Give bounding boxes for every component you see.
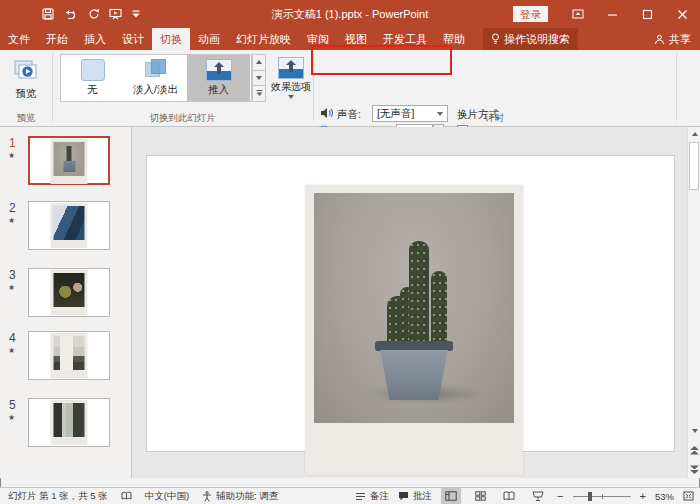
undo-icon[interactable]: [63, 8, 79, 20]
transition-push-icon: [206, 59, 232, 81]
gallery-more-icon[interactable]: [252, 86, 266, 102]
slide-sorter-view-button[interactable]: [470, 488, 490, 504]
window-controls: [560, 0, 700, 28]
effect-options-label: 效果选项: [271, 80, 311, 94]
transition-push-label: 推入: [208, 83, 229, 97]
tab-transitions[interactable]: 切换: [152, 28, 190, 50]
slide-5-preview[interactable]: [28, 398, 110, 447]
transitions-group-label: 切换到此幻灯片: [52, 112, 313, 125]
slide-canvas[interactable]: [146, 155, 675, 452]
tab-animations[interactable]: 动画: [190, 28, 228, 50]
timing-group-label: 计时: [313, 112, 676, 125]
transition-star-icon: ★: [8, 413, 15, 422]
slide-2-preview[interactable]: [28, 201, 110, 250]
zoom-slider[interactable]: [573, 491, 631, 501]
person-icon: [654, 34, 665, 45]
transition-star-icon: ★: [8, 216, 15, 225]
slide-image[interactable]: [305, 185, 523, 475]
slide-thumbnail-1[interactable]: 1 ★: [0, 136, 131, 186]
accessibility-label: 辅助功能: 调查: [216, 490, 278, 503]
gallery-scroll-down-icon[interactable]: [252, 71, 266, 87]
share-label: 共享: [669, 32, 691, 47]
close-button-icon[interactable]: [665, 0, 700, 28]
preview-group-label: 预览: [0, 112, 52, 125]
zoom-out-button[interactable]: −: [557, 490, 563, 502]
next-slide-icon[interactable]: [688, 462, 700, 476]
effect-options-button[interactable]: 效果选项: [268, 54, 314, 110]
tab-file[interactable]: 文件: [0, 28, 38, 50]
scrollbar-thumb[interactable]: [689, 142, 699, 190]
slide-sorter-icon: [475, 491, 486, 501]
slide-4-preview[interactable]: [28, 331, 110, 380]
slide-1-preview[interactable]: [28, 136, 110, 185]
start-slideshow-icon[interactable]: [109, 8, 122, 20]
slide-number: 5: [9, 398, 16, 412]
slide-number: 2: [9, 201, 16, 215]
slide-thumbnail-3[interactable]: 3 ★: [0, 268, 131, 318]
normal-view-button[interactable]: [441, 488, 461, 504]
save-icon[interactable]: [42, 8, 54, 20]
normal-view-icon: [445, 491, 457, 501]
reading-view-button[interactable]: [499, 488, 519, 504]
tell-me-label: 操作说明搜索: [504, 28, 570, 50]
slide-3-preview[interactable]: [28, 268, 110, 317]
scroll-up-icon[interactable]: [688, 127, 700, 141]
notes-label: 备注: [370, 490, 389, 503]
slide-thumbnail-2[interactable]: 2 ★: [0, 201, 131, 251]
slide-thumbnail-panel: 1 ★ 2 ★ 3 ★ 4 ★ 5 ★: [0, 127, 132, 478]
slide-thumbnail-4[interactable]: 4 ★: [0, 331, 131, 381]
minimize-button-icon[interactable]: [595, 0, 630, 28]
accessibility-icon: [202, 491, 212, 502]
zoom-level[interactable]: 53%: [655, 491, 674, 502]
cactus-stem: [431, 271, 447, 349]
ribbon-display-options-icon[interactable]: [560, 0, 595, 28]
maximize-button-icon[interactable]: [630, 0, 665, 28]
title-bar: 演示文稿1 (1).pptx - PowerPoint 登录: [0, 0, 700, 28]
slide-number: 3: [9, 268, 16, 282]
tab-home[interactable]: 开始: [38, 28, 76, 50]
pot-rim: [375, 341, 453, 351]
zoom-in-button[interactable]: +: [640, 490, 646, 502]
preview-icon: [13, 58, 39, 84]
effect-options-caret-icon: [288, 95, 294, 99]
fit-to-window-icon[interactable]: [683, 491, 694, 501]
tab-slideshow[interactable]: 幻灯片放映: [228, 28, 299, 50]
tell-me-search[interactable]: 操作说明搜索: [483, 28, 578, 50]
scroll-down-icon[interactable]: [688, 424, 700, 438]
transition-gallery: 无 淡入/淡出 推入: [60, 54, 252, 102]
redo-icon[interactable]: [88, 8, 100, 20]
accessibility-status[interactable]: 辅助功能: 调查: [202, 490, 278, 503]
transition-star-icon: ★: [8, 283, 15, 292]
preview-button[interactable]: 预览: [4, 54, 48, 108]
customize-qat-icon[interactable]: [131, 9, 141, 19]
pot-body: [378, 350, 450, 400]
slide-counter: 幻灯片 第 1 张，共 5 张: [8, 490, 108, 503]
status-bar: 幻灯片 第 1 张，共 5 张 中文(中国) 辅助功能: 调查 备注: [0, 487, 700, 504]
language-indicator[interactable]: 中文(中国): [145, 490, 189, 503]
tab-design[interactable]: 设计: [114, 28, 152, 50]
transition-push[interactable]: 推入: [187, 55, 250, 101]
gallery-scroll-up-icon[interactable]: [252, 54, 266, 71]
cactus-photo: [314, 193, 514, 423]
slideshow-view-button[interactable]: [528, 488, 548, 504]
slide-thumbnail-5[interactable]: 5 ★: [0, 398, 131, 448]
comments-icon: [398, 491, 409, 501]
share-button[interactable]: 共享: [645, 28, 700, 50]
effect-options-icon: [278, 57, 304, 79]
zoom-slider-thumb[interactable]: [588, 492, 592, 501]
transition-fade[interactable]: 淡入/淡出: [124, 55, 187, 101]
tab-insert[interactable]: 插入: [76, 28, 114, 50]
lightbulb-icon: [491, 33, 500, 45]
notes-button[interactable]: 备注: [355, 490, 389, 503]
vertical-scrollbar: [687, 127, 700, 478]
transition-star-icon: ★: [8, 151, 15, 160]
previous-slide-icon[interactable]: [688, 443, 700, 457]
sound-highlight-callout: [311, 45, 452, 75]
sign-in-button[interactable]: 登录: [513, 6, 548, 22]
transition-none[interactable]: 无: [61, 55, 124, 101]
comments-button[interactable]: 批注: [398, 490, 432, 503]
cactus-stem: [409, 241, 429, 351]
spell-check-icon[interactable]: [121, 491, 132, 501]
quick-access-toolbar: [42, 0, 141, 28]
transition-none-label: 无: [87, 83, 98, 97]
